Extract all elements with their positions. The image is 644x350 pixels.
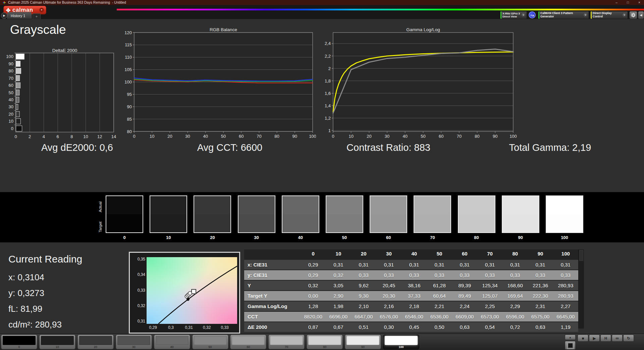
cie-x-tick: 0,32 (200, 325, 214, 330)
x-tick-label: 40 (203, 134, 208, 139)
maximize-button[interactable]: □ (625, 0, 631, 5)
x-tick-label: 80 (274, 134, 279, 139)
table-cell: 89,49 (452, 291, 477, 301)
column-header-40: 40 (401, 249, 427, 258)
x-tick-label: 30 (385, 134, 389, 139)
deltae-bar-40 (16, 97, 19, 102)
pattern-button-90[interactable]: 90 (345, 335, 381, 349)
deltae-bar-0 (16, 126, 22, 131)
pattern-button-20[interactable]: 20 (77, 335, 114, 349)
table-cell: 2,90 (326, 291, 351, 301)
tab-scroll-button[interactable]: ▶ (1, 12, 7, 19)
source-name: CalMAN Client 3 Pattern Generator (539, 12, 584, 18)
target-patch (414, 214, 450, 232)
panel-up-button[interactable]: ▲ (565, 335, 576, 340)
deltae-bar-90 (16, 61, 20, 66)
actual-patch (326, 196, 363, 214)
table-cell: 8820,00 (301, 312, 326, 322)
close-button[interactable]: × (636, 0, 643, 5)
current-reading-title: Current Reading (8, 253, 82, 265)
pattern-button-60[interactable]: 60 (230, 335, 266, 349)
add-tab-button[interactable]: + (33, 13, 41, 19)
deltae-2000-chart: DeltaE 200002468101214100908070605040302… (0, 46, 118, 142)
target-patch (370, 214, 407, 232)
cie-overlay (147, 257, 237, 324)
chevron-down-icon: ▼ (623, 13, 627, 17)
cie-y-tick: 0,33 (130, 288, 145, 293)
table-cell: 0,33 (452, 270, 477, 280)
pattern-level-label: 10 (40, 345, 75, 349)
deltae-bar-70 (16, 75, 20, 81)
y-tick-label: 100 (124, 79, 132, 84)
stop-icon[interactable]: ■ (578, 335, 588, 342)
cie-chromaticity-chart: 0,350,340,330,320,31 0,290,30,310,320,33 (129, 252, 240, 334)
x-tick-label: 14 (111, 134, 116, 139)
pattern-window-button[interactable] (565, 341, 576, 350)
actual-patch (546, 196, 583, 214)
x-tick-label: 30 (185, 134, 190, 139)
scroll-thumb[interactable] (579, 250, 583, 261)
table-cell: 0,33 (427, 270, 452, 280)
x-tick-label: 90 (292, 134, 297, 139)
y-tick-label: 1,4 (325, 103, 331, 108)
stat-avg-cct: Avg CCT: 6600 (179, 142, 280, 156)
x-tick-label: 50 (221, 134, 226, 139)
pattern-source-dropdown[interactable]: CalMAN Client 3 Pattern Generator ▼ (538, 11, 589, 19)
refresh-icon[interactable]: ↻ (623, 335, 634, 342)
table-cell: 0,33 (376, 270, 401, 280)
deltae-bar-20 (16, 111, 20, 117)
pattern-swatch (346, 336, 379, 345)
pattern-button-80[interactable]: 80 (307, 335, 343, 349)
pattern-button-10[interactable]: 10 (39, 335, 75, 349)
pattern-button-50[interactable]: 50 (192, 335, 228, 349)
tab-history-1[interactable]: History 1 (7, 12, 32, 19)
x-tick-label: 4 (43, 134, 45, 139)
y-tick-label: 0 (11, 126, 13, 131)
target-row-label: Target (98, 218, 104, 236)
pattern-swatch (117, 336, 150, 345)
table-cell: 6645,00 (553, 312, 578, 322)
swatch-level-label: 100 (545, 235, 584, 240)
step-icon[interactable]: H (600, 335, 611, 342)
x-tick-label: 10 (83, 134, 88, 139)
table-cell: 1,28 (301, 301, 326, 311)
table-scrollbar[interactable] (578, 249, 584, 329)
table-cell: 20,30 (376, 291, 401, 301)
table-cell: 0,31 (452, 260, 477, 270)
x-tick-label: 80 (475, 134, 479, 139)
y-tick-label: 120 (124, 30, 132, 35)
collapse-panel-button[interactable]: ◀ (638, 11, 644, 19)
reading-marker (188, 291, 192, 295)
deltae-bar-100 (16, 54, 24, 59)
pattern-button-0[interactable]: 0 (1, 335, 37, 349)
window-icon (568, 343, 573, 348)
pattern-button-30[interactable]: 30 (116, 335, 152, 349)
display-control-dropdown[interactable]: Direct Display Control ▼ (590, 11, 628, 19)
settings-gear-button[interactable] (629, 11, 637, 19)
actual-patch (150, 196, 186, 214)
swatch-level-label: 20 (193, 235, 232, 240)
table-cell: 2,16 (376, 301, 401, 311)
cie-x-tick: 0,3 (164, 325, 178, 330)
x-tick-label: 10 (348, 134, 353, 139)
y-tick-label: 115 (125, 42, 132, 47)
pattern-button-40[interactable]: 40 (154, 335, 190, 349)
pattern-button-70[interactable]: 70 (268, 335, 305, 349)
meter-dropdown[interactable]: X-Rite i1Pro 3 Direct View ▼ (500, 11, 527, 19)
table-cell: 1,19 (553, 322, 578, 332)
y-tick-label: 105 (124, 67, 132, 72)
y-tick-label: 90 (9, 61, 13, 66)
x-tick-label: 70 (457, 134, 462, 139)
table-cell: 0,51 (351, 322, 376, 332)
chevron-down-icon: ▼ (522, 13, 526, 17)
y-tick-label: 1,2 (325, 116, 331, 121)
minimize-button[interactable]: – (613, 0, 620, 5)
loop-icon[interactable]: ∞ (612, 335, 623, 342)
play-icon[interactable]: ▶ (589, 335, 600, 342)
table-cell: 1,98 (326, 301, 351, 311)
actual-patch (370, 196, 407, 214)
table-cell: 169,64 (502, 291, 528, 301)
pattern-level-label: 70 (269, 345, 304, 349)
pattern-button-100[interactable]: 100 (383, 335, 419, 349)
table-cell: 9,30 (351, 291, 376, 301)
